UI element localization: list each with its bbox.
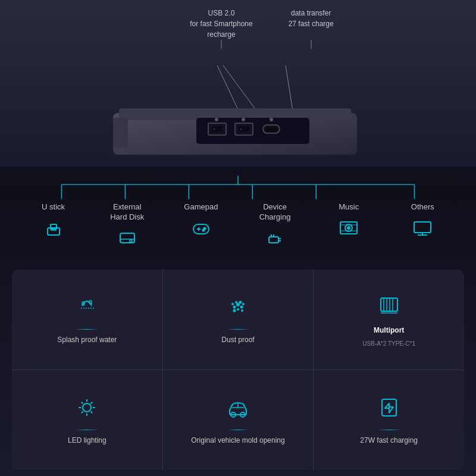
svg-point-72 (83, 403, 91, 412)
ports-icon (376, 292, 402, 321)
grid-vehicle: Original vehicle mold opening (163, 370, 314, 470)
svg-point-36 (202, 229, 204, 231)
feature-others: Others (390, 202, 455, 242)
svg-point-15 (215, 118, 218, 121)
feature-gamepad: Gamepad (168, 202, 234, 242)
device-image (113, 65, 363, 161)
bolt-icon (376, 394, 402, 424)
svg-rect-47 (414, 222, 431, 233)
svg-marker-86 (385, 403, 393, 413)
grid-led: LED lighting (12, 370, 162, 470)
svg-point-62 (243, 303, 244, 305)
others-label: Others (411, 202, 434, 212)
bottom-section: Splash proof water (0, 264, 476, 476)
data-transfer-label: data transfer27 fast charge (289, 8, 334, 40)
music-icon (338, 217, 359, 242)
features-row: U stick External Hard Disk (12, 199, 464, 255)
svg-rect-66 (381, 298, 397, 311)
hdd-icon (117, 227, 138, 252)
svg-rect-14 (265, 127, 277, 131)
splash-label: Splash proof water (57, 336, 117, 345)
svg-line-80 (82, 412, 83, 414)
svg-rect-5 (113, 118, 128, 148)
svg-line-78 (91, 412, 93, 414)
grid-dust: Dust proof (163, 270, 314, 369)
svg-point-12 (240, 129, 242, 130)
svg-point-31 (130, 240, 132, 242)
svg-point-56 (237, 303, 239, 306)
svg-point-64 (233, 310, 235, 312)
svg-point-63 (237, 309, 239, 310)
svg-line-79 (91, 402, 93, 404)
feature-ustick: U stick (21, 202, 86, 242)
feature-hdd: External Hard Disk (95, 202, 160, 252)
svg-point-57 (233, 306, 235, 308)
music-label: Music (339, 202, 359, 212)
svg-point-61 (232, 303, 233, 305)
grid-multiport: Multiport USB-A*2 TYPE-C*1 (314, 270, 464, 369)
top-labels: USB 2.0for fast Smartphonerecharge data … (0, 3, 476, 40)
led-label: LED lighting (68, 436, 107, 446)
others-icon (412, 217, 433, 242)
svg-point-59 (236, 302, 237, 303)
middle-section: U stick External Hard Disk (0, 167, 476, 264)
water-icon (74, 294, 100, 323)
dust-label: Dust proof (221, 336, 254, 345)
tree-lines (12, 176, 464, 199)
hdd-label: External Hard Disk (110, 202, 144, 223)
charging-icon (264, 227, 286, 252)
svg-point-60 (239, 302, 241, 303)
ustick-label: U stick (42, 202, 65, 212)
charging27w-label: 27W fast charging (360, 436, 418, 446)
svg-point-9 (214, 129, 215, 130)
svg-rect-37 (269, 237, 278, 243)
svg-point-65 (242, 310, 243, 311)
svg-point-17 (270, 118, 273, 121)
dust-icon (225, 294, 251, 323)
car-icon (225, 394, 251, 424)
grid-splash: Splash proof water (12, 270, 162, 369)
svg-point-58 (240, 306, 242, 308)
svg-rect-32 (193, 224, 209, 234)
svg-point-44 (347, 227, 350, 229)
page: USB 2.0for fast Smartphonerecharge data … (0, 0, 476, 476)
grid-charging: 27W fast charging (314, 370, 464, 470)
usb20-label: USB 2.0for fast Smartphonerecharge (190, 8, 252, 40)
vehicle-label: Original vehicle mold opening (191, 436, 284, 446)
top-section: USB 2.0for fast Smartphonerecharge data … (0, 0, 476, 167)
feature-grid: Splash proof water (12, 270, 464, 470)
tree-svg (30, 176, 446, 199)
feature-music: Music (316, 202, 381, 242)
charging-label: DeviceCharging (259, 202, 291, 223)
gamepad-icon (190, 217, 212, 242)
ustick-icon (43, 217, 64, 242)
feature-charging: DeviceCharging (242, 202, 308, 252)
sun-icon (74, 394, 100, 424)
gamepad-label: Gamepad (184, 202, 218, 212)
svg-point-16 (242, 118, 245, 121)
svg-line-77 (82, 402, 83, 404)
multiport-label: Multiport (374, 326, 404, 336)
device-svg (113, 65, 363, 167)
multiport-sublabel: USB-A*2 TYPE-C*1 (362, 340, 415, 347)
